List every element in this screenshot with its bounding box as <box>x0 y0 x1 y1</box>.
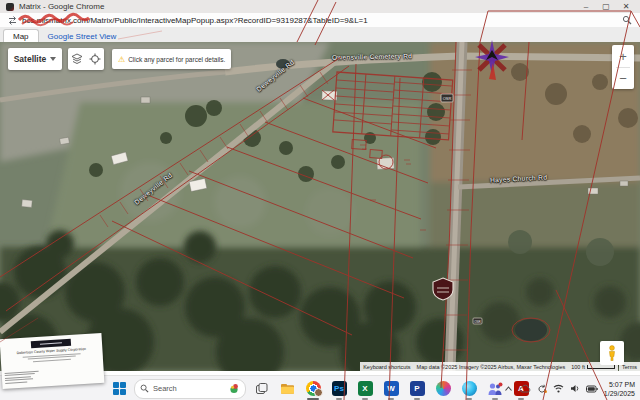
excel-button[interactable]: X <box>354 377 376 400</box>
keyboard-shortcuts[interactable]: Keyboard shortcuts <box>360 362 413 371</box>
onedrive-cloud-icon[interactable] <box>519 384 531 393</box>
document-logo <box>31 339 71 348</box>
word-icon: W <box>384 381 399 396</box>
photoshop-button[interactable]: Ps <box>328 377 350 400</box>
window-titlebar: Matrix - Google Chrome – ▢ ✕ <box>0 0 640 13</box>
publisher-button[interactable]: P <box>406 377 428 400</box>
edge-button[interactable] <box>458 377 480 400</box>
parcel-hint: ⚠ Click any parcel for parcel details. <box>112 49 231 69</box>
file-explorer-button[interactable] <box>276 377 298 400</box>
folder-icon <box>280 382 295 395</box>
speaker-icon[interactable] <box>570 384 580 393</box>
excel-icon: X <box>358 381 373 396</box>
minimize-button[interactable]: – <box>576 0 596 13</box>
terms-link[interactable]: Terms <box>619 362 640 371</box>
chrome-button[interactable] <box>302 377 324 400</box>
copilot-button[interactable] <box>432 377 454 400</box>
word-button[interactable]: W <box>380 377 402 400</box>
zoom-control: + − <box>612 45 634 89</box>
tab-google-street-view[interactable]: Google Street View <box>39 30 126 42</box>
teams-icon <box>487 382 503 396</box>
scale-bar <box>587 365 615 369</box>
hidden-icons-chevron-icon[interactable] <box>504 385 513 392</box>
map-data-credit: Map data ©2025 Imagery ©2025 Airbus, Max… <box>414 362 569 371</box>
page-swap-icon[interactable] <box>7 15 18 26</box>
edge-icon <box>462 381 477 396</box>
teams-button[interactable] <box>484 377 506 400</box>
layers-icon <box>71 53 83 65</box>
close-button[interactable]: ✕ <box>616 0 636 13</box>
wifi-icon[interactable] <box>553 384 564 393</box>
satellite-imagery <box>0 42 640 371</box>
battery-icon[interactable] <box>586 385 598 393</box>
map-type-label: Satellite <box>14 54 47 64</box>
tab-map[interactable]: Map <box>3 29 39 42</box>
task-view-icon <box>255 382 268 395</box>
target-icon[interactable] <box>89 53 101 65</box>
water-supply-document: Robertson County Water Supply Corporatio… <box>0 333 104 389</box>
zoom-out-button[interactable]: − <box>612 68 634 89</box>
scale-control: 100 ft <box>568 362 618 371</box>
search-highlight-icon[interactable] <box>229 383 240 394</box>
document-address-lines <box>5 370 40 385</box>
map-attribution: Keyboard shortcuts Map data ©2025 Imager… <box>360 362 640 371</box>
parcel-hint-text: Click any parcel for parcel details. <box>128 56 225 63</box>
chrome-icon <box>306 381 321 396</box>
warning-icon: ⚠ <box>118 55 125 64</box>
start-button[interactable] <box>108 377 130 400</box>
search-icon <box>140 384 149 393</box>
clock-time: 5:07 PM <box>604 380 635 389</box>
sync-icon[interactable] <box>537 384 547 394</box>
task-view-button[interactable] <box>250 377 272 400</box>
maximize-button[interactable]: ▢ <box>596 0 616 13</box>
url-bar[interactable]: bcs.mlsmatrix.com/Matrix/Public/Interact… <box>0 13 640 28</box>
matrix-favicon-icon <box>6 3 14 11</box>
search-box[interactable]: Search <box>134 379 246 399</box>
windows-logo-icon <box>113 382 126 395</box>
scale-label: 100 ft <box>571 364 585 370</box>
search-icon[interactable] <box>622 15 632 25</box>
taskbar-clock[interactable]: 5:07 PM 1/29/2025 <box>604 380 635 398</box>
publisher-icon: P <box>410 381 425 396</box>
chevron-down-icon <box>50 57 56 61</box>
page-tabs: Map Google Street View <box>0 27 640 43</box>
pegman-icon <box>606 345 618 361</box>
copilot-icon <box>436 381 451 396</box>
photoshop-icon: Ps <box>332 381 347 396</box>
satellite-map[interactable]: Owensville Cemetery Rd Deweyville Rd Dew… <box>0 42 640 371</box>
zoom-in-button[interactable]: + <box>612 46 634 67</box>
window-title: Matrix - Google Chrome <box>19 2 104 11</box>
search-placeholder: Search <box>153 384 225 393</box>
url-text[interactable]: bcs.mlsmatrix.com/Matrix/Public/Interact… <box>22 16 368 25</box>
screen: Matrix - Google Chrome – ▢ ✕ bcs.mlsmatr… <box>0 0 640 400</box>
clock-date: 1/29/2025 <box>604 389 635 398</box>
pond-large <box>515 319 547 341</box>
road-label-owensville: Owensville Cemetery Rd <box>332 52 412 60</box>
layers-button[interactable] <box>68 48 104 70</box>
map-type-button[interactable]: Satellite <box>8 48 62 70</box>
profile-avatar <box>314 388 323 397</box>
